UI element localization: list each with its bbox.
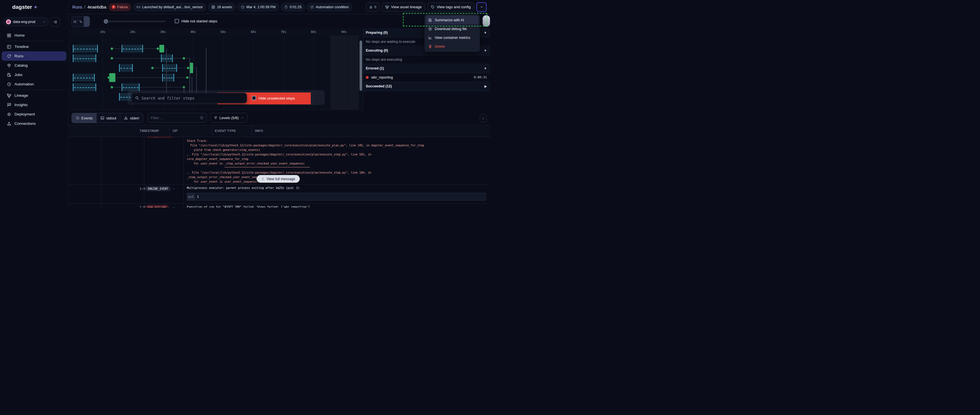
tab-stdout[interactable]: stdout — [97, 113, 120, 123]
clear-filter-icon[interactable] — [200, 116, 204, 120]
status-label: Failure — [117, 5, 128, 9]
collapse-sidebar-button[interactable] — [51, 17, 60, 27]
breadcrumb: Runs / 4eae6dba — [72, 5, 107, 10]
sidebar-item-jobs[interactable]: Jobs — [2, 70, 66, 80]
pill-label: Mar 4, 1:00:39 PM — [247, 5, 275, 9]
insights-icon — [7, 103, 11, 107]
gantt-zoom-slider-thumb[interactable] — [104, 19, 108, 24]
search-icon — [135, 96, 139, 100]
levels-dropdown[interactable]: Levels (5/6) — [210, 113, 248, 123]
sidebar-item-catalog[interactable]: Catalog — [2, 61, 66, 70]
col-info: INFO — [255, 129, 263, 132]
sidebar-item-label: Timeline — [14, 45, 29, 49]
menu-item-delete[interactable]: Delete — [426, 42, 479, 51]
axis-tick: 60s — [251, 30, 256, 34]
caret-right-icon: ▶ — [485, 85, 487, 88]
hide-not-started-label: Hide not started steps — [181, 19, 217, 23]
clock-icon — [241, 5, 245, 9]
sidebar-item-home[interactable]: Home — [2, 30, 66, 40]
section-title: Executing (0) — [366, 48, 388, 53]
tab-events[interactable]: Events — [72, 113, 97, 123]
col-timestamp: TIMESTAMP — [140, 129, 159, 132]
button-label: View tags and config — [437, 5, 471, 9]
brand-name: dagster — [12, 4, 32, 10]
breadcrumb-runs-link[interactable]: Runs — [72, 5, 82, 10]
bell-icon — [369, 5, 373, 9]
sidebar-item-label: Runs — [14, 54, 24, 58]
row-op: - — [173, 205, 175, 208]
sidebar-item-label: Lineage — [14, 93, 28, 97]
caret-down-icon: ▼ — [484, 31, 487, 34]
flat-view-button[interactable] — [72, 16, 78, 27]
hide-not-started-control: Hide not started steps — [175, 19, 217, 23]
sidebar-item-timeline[interactable]: Timeline — [2, 42, 66, 51]
section-title: Succeeded (12) — [366, 84, 392, 88]
axis-tick: 50s — [221, 30, 226, 34]
gantt-scrollbar[interactable] — [360, 41, 362, 91]
sidebar-nav: HomeTimelineRunsCatalogJobsAutomationLin… — [0, 30, 68, 128]
run-actions-menu-button[interactable] — [476, 2, 487, 12]
col-event-type: EVENT TYPE — [215, 129, 236, 132]
step-search-input[interactable]: Search and filter steps — [131, 93, 247, 103]
stopwatch-icon — [85, 20, 89, 24]
run-tag-pill: Launched by default_aut…tion_sensor — [133, 3, 206, 11]
errored-step-row[interactable]: wbr_reporting0:00:31 — [363, 73, 490, 82]
chevron-down-icon — [480, 5, 484, 9]
axis-tick: 40s — [191, 30, 196, 34]
catalog-icon — [7, 63, 11, 68]
lineage-icon — [7, 93, 11, 98]
gantt-highlight-column — [330, 35, 359, 110]
log-row-run-failure[interactable]: 1:02:05.596 PM - RUN_FAILURE Execution o… — [68, 203, 490, 208]
status-section-header[interactable]: Errored (1)▼ — [363, 64, 490, 73]
notifications-count: 0 — [374, 5, 376, 9]
sidebar-item-connections[interactable]: Connections — [2, 119, 66, 128]
tab-label: stdout — [107, 116, 116, 120]
sidebar-item-lineage[interactable]: Lineage — [2, 91, 66, 100]
menu-item-view-container-metrics[interactable]: View container metrics — [426, 33, 479, 42]
run-tag-pill: 16 assets — [208, 3, 235, 11]
status-section-header[interactable]: Succeeded (12)▶ — [363, 82, 490, 91]
brand[interactable]: dagster + — [4, 3, 37, 11]
view-full-message-button[interactable]: View full message — [257, 175, 300, 183]
collapse-sidebar-icon — [53, 20, 57, 24]
brand-plus-badge: + — [34, 4, 37, 10]
sidebar-item-deployment[interactable]: Deployment — [2, 110, 66, 119]
gantt-zoom-slider[interactable] — [104, 21, 165, 22]
axis-tick: 10s — [100, 30, 105, 34]
hide-unselected-checkbox[interactable] — [252, 96, 256, 100]
column-divider — [101, 136, 102, 184]
metrics-icon — [428, 36, 432, 40]
sidebar-item-label: Deployment — [14, 112, 35, 116]
log-filter-input[interactable]: Filter… — [148, 113, 207, 123]
notifications-button[interactable]: 0 — [366, 3, 379, 12]
sidebar-item-automation[interactable]: Automation — [2, 80, 66, 89]
section-title: Preparing (0) — [366, 30, 388, 35]
metadata-key: pid — [187, 193, 195, 200]
event-type-badge: STEP_FAILURE — [146, 136, 173, 138]
log-row-engine-event[interactable]: 1:02:05.523 PM - ENGINE_EVENT Multiproce… — [68, 184, 490, 204]
axis-tick: 30s — [161, 30, 166, 34]
run-tags: Launched by default_aut…tion_sensor16 as… — [133, 3, 352, 11]
hide-not-started-checkbox[interactable] — [175, 19, 179, 23]
button-label: View asset lineage — [391, 5, 422, 9]
tab-label: Events — [81, 116, 93, 120]
timeline-icon — [7, 45, 11, 49]
waterfall-view-button[interactable] — [78, 16, 84, 27]
breadcrumb-separator: / — [84, 5, 85, 10]
terminal-icon — [100, 116, 104, 120]
view-tags-and-config-button[interactable]: View tags and config — [427, 3, 474, 12]
workspace-switcher[interactable]: D data-eng-prod — [3, 17, 48, 26]
column-divider — [251, 125, 252, 137]
tab-stderr[interactable]: stderr — [120, 113, 143, 123]
event-type-badge: RUN_FAILURE — [145, 205, 169, 208]
duration-view-button[interactable] — [84, 16, 90, 27]
menu-item-label: View container metrics — [435, 36, 471, 40]
sidebar-item-insights[interactable]: Insights — [2, 100, 66, 110]
sidebar-item-runs[interactable]: Runs — [2, 51, 66, 61]
expand-log-button[interactable] — [480, 114, 487, 122]
log-tabs: Eventsstdoutstderr — [72, 113, 143, 123]
caret-down-icon: ▼ — [484, 49, 487, 52]
sensor-icon — [137, 5, 140, 9]
view-asset-lineage-button[interactable]: View asset lineage — [382, 3, 425, 12]
workspace-avatar: D — [6, 19, 11, 24]
